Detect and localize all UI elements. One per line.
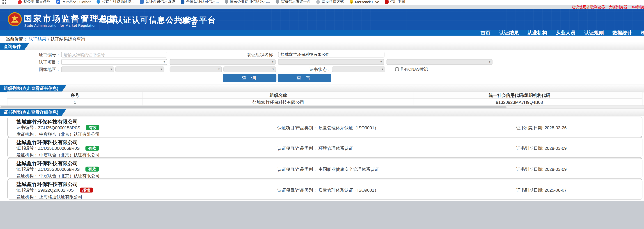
cert-expiry-value: 2028-03-26	[544, 125, 567, 130]
nav-item-cert-results[interactable]: 认证结果	[499, 30, 519, 36]
bookmark-item[interactable]: 全国认证认可信息...	[181, 0, 219, 4]
col-header-org-name: 组织名称	[143, 92, 414, 99]
cert-project-sub-select-1[interactable]: ▾	[170, 59, 276, 65]
cert-card[interactable]: 盐城鑫竹环保科技有限公司 证书编号： ZCU25S0000068R0S 有效 认…	[7, 158, 642, 179]
platform-title: 全国认证认可信息公共服务平台	[98, 15, 216, 25]
cert-company-name: 盐城鑫竹环保科技有限公司	[16, 119, 78, 126]
logo-yun: 云	[192, 20, 196, 27]
cert-project-label: 认证项目/产品类别：	[277, 146, 318, 151]
search-button[interactable]: 查 询	[223, 74, 276, 82]
cert-no-value: ZCU25Q0000158R0S	[38, 125, 80, 130]
chevron-down-icon: ▾	[382, 67, 383, 72]
cert-no-value: ZCU25E0000068R0S	[38, 146, 80, 151]
breadcrumb: 当前位置： 认证结果 / 认证结果综合查询	[0, 36, 644, 43]
bookmark-label: Merscack Hive	[355, 0, 379, 4]
horizontal-scrollbar-thumb[interactable]	[0, 106, 506, 108]
query-section-strip: 查询条件	[0, 43, 644, 50]
cell-credit-code: 91320923MA7H9Q4B08	[414, 99, 625, 106]
reset-button[interactable]: 重 置	[278, 74, 331, 82]
city-select[interactable]: ▾	[170, 66, 222, 72]
nav-item-rules[interactable]: 认证规则	[584, 30, 604, 36]
cert-issuer-label: 发证机构：	[16, 173, 38, 178]
country-label: 国家地区：	[0, 66, 60, 72]
chevron-down-icon: ▾	[218, 67, 220, 72]
bookmark-label: 网页快捷方式	[322, 0, 344, 4]
breadcrumb-link-cert-results[interactable]: 认证结果	[29, 36, 46, 42]
logo-e: e	[186, 14, 192, 25]
nav-item-inspection[interactable]: 检验检测	[641, 30, 644, 36]
bookmark-item[interactable]: 认证台账信息系统	[140, 0, 175, 4]
cert-project-select[interactable]: ▾	[61, 59, 167, 65]
cert-status-label: 证书状态：	[267, 66, 331, 72]
org-name-input[interactable]	[278, 52, 384, 57]
cert-issuer-value: 中宸联合（北京）认证有限公司	[39, 152, 100, 157]
bookmark-label: 国家企业信用信息公示...	[230, 0, 270, 4]
cert-company-name: 盐城鑫竹环保科技有限公司	[16, 181, 78, 188]
bookmark-label: 认证台账信息系统	[146, 0, 175, 4]
cert-project-value: 中国职业健康安全管理体系认证	[318, 167, 379, 172]
bookmark-item[interactable]: 和京百科资源环境...	[96, 0, 134, 4]
cert-status-select[interactable]: ▾	[332, 66, 385, 72]
bookmark-label: PSroffice | Gather	[62, 0, 91, 4]
cert-no-label: 证书编号：	[16, 187, 38, 193]
org-section-strip: 组织列表(点击查看证书信息)	[0, 85, 644, 92]
cert-section-title: 证书列表(点击查看详细信息)	[0, 109, 66, 116]
cert-project-value: 环境管理体系认证	[318, 146, 353, 151]
nav-item-statistics[interactable]: 数据统计	[612, 30, 632, 36]
cnas-label: 具有CNAS标识	[400, 66, 428, 72]
bookmark-item[interactable]: 审核信息查询平台	[276, 0, 310, 4]
chevron-down-icon: ▾	[489, 59, 490, 64]
bookmark-item[interactable]: 魅公失 每日任务	[18, 0, 50, 4]
cert-section-strip: 证书列表(点击查看详细信息)	[0, 108, 644, 116]
cert-project-label: 认证项目/产品类别：	[277, 125, 318, 130]
cert-issuer-value: 中宸联合（北京）认证有限公司	[39, 132, 100, 137]
cert-no-input[interactable]	[61, 52, 167, 57]
cert-issuer-value: 中宸联合（北京）认证有限公司	[39, 173, 100, 178]
cert-project-sub-select-2[interactable]: ▾	[278, 59, 384, 65]
cnas-checkbox[interactable]	[395, 67, 399, 71]
doc-blue-icon	[140, 0, 144, 4]
bookmarks-divider	[12, 0, 12, 4]
bookmark-label: 魅公失 每日任务	[23, 0, 50, 4]
cert-project-value: 质量管理体系认证（ISO9001）	[318, 188, 379, 192]
cert-expiry-value: 2025-08-07	[544, 188, 567, 192]
breadcrumb-separator: /	[48, 37, 49, 42]
chevron-down-icon: ▾	[164, 59, 165, 64]
nav-item-home[interactable]: 首页	[480, 30, 490, 36]
national-emblem-logo	[7, 12, 22, 26]
browser-bookmarks-bar: 魅公失 每日任务 P PSroffice | Gather 和京百科资源环境..…	[0, 0, 644, 5]
cert-expiry-value: 2028-03-09	[544, 167, 567, 172]
col-header-credit-code: 统一社会信用代码/组织机构代码	[414, 92, 625, 99]
cert-card[interactable]: 盐城鑫竹环保科技有限公司 证书编号： ZCU25E0000068R0S 有效 认…	[7, 137, 642, 158]
org-table: 序号 组织名称 统一社会信用代码/组织机构代码 1 盐城鑫竹环保科技有限公司 9…	[7, 92, 642, 106]
status-badge-revoked: 撤销	[80, 188, 93, 192]
bookmark-item[interactable]: 信用中国	[385, 0, 405, 4]
app-red-icon	[385, 0, 389, 4]
bookmark-item[interactable]: P PSroffice | Gather	[56, 0, 90, 4]
query-form: 证书编号： 获证组织名称： 认证项目： ▾ ▾ ▾ ▾ 国家地区： ▾ ▾ ▾ …	[0, 50, 644, 84]
bookmark-item[interactable]: M Merscack Hive	[350, 0, 379, 4]
cell-index: 1	[7, 99, 143, 106]
cert-no-label: 证书编号：	[16, 145, 38, 151]
bookmark-label: 全国认证认可信息...	[186, 0, 219, 4]
apps-grid-icon[interactable]	[2, 0, 6, 4]
nav-item-personnel[interactable]: 从业人员	[556, 30, 576, 36]
chevron-down-icon: ▾	[272, 59, 274, 64]
country-select[interactable]: ▾	[61, 66, 114, 72]
gear-icon	[225, 0, 228, 4]
bookmark-item[interactable]: 网页快捷方式	[316, 0, 344, 4]
cert-card[interactable]: 盐城鑫竹环保科技有限公司 证书编号： 29922Q20032R0S 撤销 认证项…	[7, 179, 642, 199]
status-badge-valid: 有效	[86, 167, 99, 172]
province-select[interactable]: ▾	[116, 66, 164, 72]
cert-expiry-label: 证书到期日期:	[516, 188, 544, 192]
org-table-row[interactable]: 1 盐城鑫竹环保科技有限公司 91320923MA7H9Q4B08	[7, 99, 642, 106]
nav-item-agencies[interactable]: 从业机构	[527, 30, 547, 36]
cert-card[interactable]: 盐城鑫竹环保科技有限公司 证书编号： ZCU25Q0000158R0S 有效 认…	[7, 117, 642, 137]
cert-no-label: 证书编号：	[16, 166, 38, 172]
cert-project-sub-select-3[interactable]: ▾	[386, 59, 492, 65]
app-blue-icon: P	[56, 0, 60, 4]
page-background-bottom	[0, 201, 644, 229]
bookmark-item[interactable]: 国家企业信用信息公示...	[225, 0, 270, 4]
main-nav: 首页 认证结果 从业机构 从业人员 认证规则 数据统计 检验检测	[0, 30, 644, 36]
browser-notice-strip: 建议使用谷歌浏览器、火狐浏览器、360浏览器	[0, 5, 644, 9]
